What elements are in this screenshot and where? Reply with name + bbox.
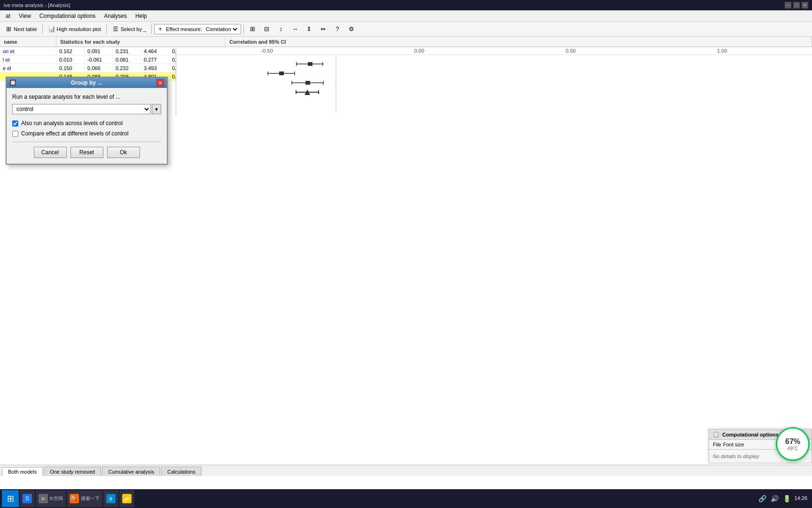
svg-rect-10 xyxy=(305,81,310,85)
menu-at[interactable]: at xyxy=(2,12,14,20)
svg-rect-6 xyxy=(279,71,284,75)
cell-v1-3: 0.150 xyxy=(56,64,85,72)
group-by-dialog: 🔲 Group by ... ✕ Run a separate analysis… xyxy=(6,77,168,165)
menu-view[interactable]: View xyxy=(15,12,35,20)
header-name: name xyxy=(0,37,56,47)
toolbar-separator-4 xyxy=(243,24,244,34)
dialog-title: Group by ... xyxy=(71,79,102,86)
dropdown-arrow-icon[interactable]: ▼ xyxy=(152,104,161,114)
toolbar-btn-4[interactable]: ↔ xyxy=(289,23,302,35)
help-icon: ? xyxy=(334,25,341,33)
close-button[interactable]: ✕ xyxy=(802,2,808,8)
volume-icon[interactable]: 🔊 xyxy=(770,494,779,503)
select-by-icon: ☰ xyxy=(112,25,119,33)
header-statistics: Statistics for each study xyxy=(56,37,226,47)
battery-temp: 49°C xyxy=(788,446,798,451)
checkbox-also-run[interactable] xyxy=(12,120,18,127)
toolbar-btn-2[interactable]: ⊟ xyxy=(260,23,273,35)
high-res-label: High resolution plot xyxy=(57,26,101,32)
group-by-select[interactable]: control xyxy=(12,104,151,114)
header-forest: Correlation and 95% CI xyxy=(226,37,812,47)
cell-v4-2: 0.277 xyxy=(141,56,169,64)
menu-help[interactable]: Help xyxy=(132,12,151,20)
tab-one-study-removed[interactable]: One study removed xyxy=(44,467,101,476)
toolbar-btn-3[interactable]: ↕ xyxy=(274,23,288,35)
main-area: name Statistics for each study Correlati… xyxy=(0,37,812,489)
taskbar-right: 🔗 🔊 🔋 14:26 xyxy=(757,494,810,503)
tc-label: tc空间 xyxy=(50,495,63,502)
icon-3: ↕ xyxy=(277,25,285,33)
cell-v3-2: 0.081 xyxy=(113,56,141,64)
minimize-button[interactable]: ─ xyxy=(785,2,791,8)
toolbar-btn-7[interactable]: ? xyxy=(331,23,344,35)
toolbar-btn-6[interactable]: ⇔ xyxy=(317,23,330,35)
menu-bar: at View Computational options Analyses H… xyxy=(0,10,812,22)
tab-calculations-label: Calculations xyxy=(167,469,195,475)
battery-tray-icon[interactable]: 🔋 xyxy=(782,494,791,503)
toolbar-btn-8[interactable]: ⚙ xyxy=(345,23,358,35)
comp-options-icon: 📋 xyxy=(713,431,719,437)
cell-v3-3: 0.232 xyxy=(113,64,141,72)
toolbar-separator-1 xyxy=(42,24,43,34)
taskbar-app-tc[interactable]: tc tc空间 xyxy=(36,490,66,507)
cell-v2-2: -0.061 xyxy=(85,56,113,64)
tab-cumulative-label: Cumulative analysis xyxy=(108,469,154,475)
tab-both-models-label: Both models xyxy=(8,469,37,475)
taskbar-app-folder[interactable]: 📁 xyxy=(119,490,134,507)
dialog-content: Run a separate analysis for each level o… xyxy=(7,88,167,164)
search-icon: 🔍 xyxy=(70,494,79,503)
cell-name-3: e el xyxy=(0,64,56,72)
browser-icon: S xyxy=(23,494,32,503)
toolbar-btn-5[interactable]: ⇕ xyxy=(303,23,316,35)
icon-5: ⇕ xyxy=(305,25,313,33)
dialog-close-button[interactable]: ✕ xyxy=(156,79,164,87)
network-icon[interactable]: 🔗 xyxy=(757,494,767,503)
cancel-button[interactable]: Cancel xyxy=(34,147,67,158)
menu-analyses[interactable]: Analyses xyxy=(100,12,131,20)
maximize-button[interactable]: □ xyxy=(793,2,800,8)
cell-name-1: on et xyxy=(0,47,56,55)
clock-time: 14:26 xyxy=(794,495,807,502)
reset-button[interactable]: Reset xyxy=(70,147,103,158)
cell-v2-1: 0.091 xyxy=(85,47,113,55)
column-headers: name Statistics for each study Correlati… xyxy=(0,37,812,47)
menu-computational-options[interactable]: Computational options xyxy=(36,12,99,20)
effect-measure-select[interactable]: Correlation xyxy=(204,26,239,32)
checkbox-2-label[interactable]: Compare effect at different levels of co… xyxy=(21,130,128,137)
forest-plot-svg xyxy=(186,57,562,114)
table-row: e el 0.150 0.066 0.232 3.493 0.000 xyxy=(0,64,176,72)
checkbox-1-label[interactable]: Also run analysis across levels of contr… xyxy=(21,120,123,127)
title-bar: ive meta analysis - [Analysis] ─ □ ✕ xyxy=(0,0,812,10)
svg-rect-2 xyxy=(308,62,312,66)
effect-measure-label: Effect measure: xyxy=(166,26,202,32)
ok-button[interactable]: Ok xyxy=(107,147,140,158)
tab-calculations[interactable]: Calculations xyxy=(161,467,202,476)
start-button[interactable]: ⊞ xyxy=(2,490,19,507)
icon-6: ⇔ xyxy=(320,25,327,33)
taskbar-app-browser[interactable]: S xyxy=(20,490,35,507)
comp-options-font-size[interactable]: Font size xyxy=(723,442,744,447)
icon-1: ⊞ xyxy=(249,25,257,33)
comp-options-no-details: No details to display xyxy=(713,453,759,459)
next-table-label: Next table xyxy=(14,26,37,32)
cell-v4-3: 3.493 xyxy=(141,64,169,72)
comp-options-file[interactable]: File xyxy=(713,442,721,447)
battery-percent: 67% xyxy=(785,437,800,446)
x-label-1: -0.50 xyxy=(261,48,273,54)
dialog-buttons: Cancel Reset Ok xyxy=(12,147,161,158)
checkbox-row-1: Also run analysis across levels of contr… xyxy=(12,120,161,127)
cell-v4-1: 4.464 xyxy=(141,47,169,55)
taskbar-search[interactable]: 🔍 搜索一下 xyxy=(67,490,102,507)
select-by-button[interactable]: ☰ Select by _ xyxy=(109,23,149,35)
cell-v2-3: 0.066 xyxy=(85,64,113,72)
tab-cumulative-analysis[interactable]: Cumulative analysis xyxy=(102,467,160,476)
checkbox-compare-effect[interactable] xyxy=(12,131,18,137)
tc-icon: tc xyxy=(39,494,48,503)
x-label-2: 0.00 xyxy=(414,48,424,54)
next-table-button[interactable]: ⊞ Next table xyxy=(2,23,40,35)
taskbar-app-e[interactable]: e xyxy=(103,490,118,507)
high-res-button[interactable]: 📊 High resolution plot xyxy=(45,23,104,35)
toolbar-btn-1[interactable]: ⊞ xyxy=(246,23,259,35)
tab-both-models[interactable]: Both models xyxy=(2,467,43,476)
toolbar-separator-2 xyxy=(106,24,107,34)
